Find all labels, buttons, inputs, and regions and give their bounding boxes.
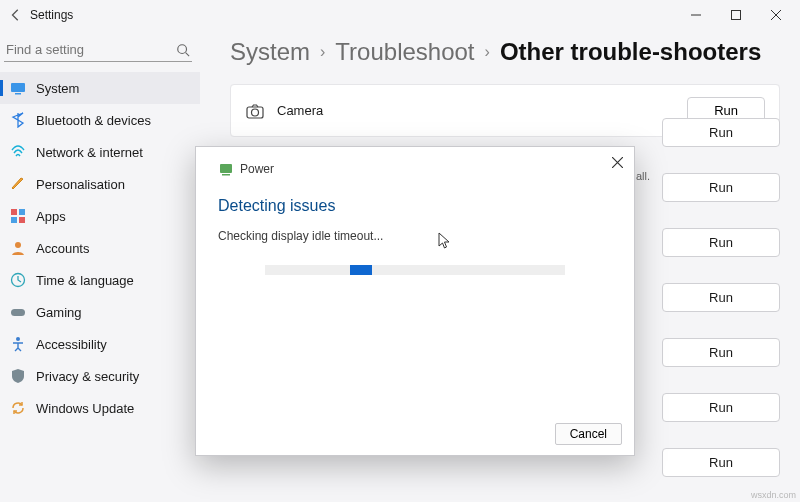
run-button[interactable]: Run <box>662 283 780 312</box>
sidebar-item-label: Windows Update <box>36 401 134 416</box>
window-close-button[interactable] <box>756 0 796 30</box>
partial-text: all. <box>636 170 650 182</box>
minimize-button[interactable] <box>676 0 716 30</box>
search-wrap[interactable] <box>4 38 192 62</box>
run-button[interactable]: Run <box>662 338 780 367</box>
sidebar-item-apps[interactable]: Apps <box>0 200 200 232</box>
sidebar-item-accounts[interactable]: Accounts <box>0 232 200 264</box>
shield-icon <box>10 368 26 384</box>
svg-point-13 <box>16 337 20 341</box>
camera-icon <box>245 101 265 121</box>
troubleshooter-name: Camera <box>277 103 323 118</box>
sidebar-item-system[interactable]: System <box>0 72 200 104</box>
search-input[interactable] <box>6 42 176 57</box>
breadcrumb: System › Troubleshoot › Other trouble-sh… <box>230 38 780 66</box>
run-button[interactable]: Run <box>662 173 780 202</box>
dialog-close-button[interactable] <box>608 153 626 171</box>
dialog-status-text: Checking display idle timeout... <box>218 229 612 243</box>
system-icon <box>10 80 26 96</box>
sidebar-item-label: System <box>36 81 79 96</box>
sidebar-item-bluetooth[interactable]: Bluetooth & devices <box>0 104 200 136</box>
extra-run-buttons: Run Run Run Run Run Run Run <box>662 118 780 477</box>
troubleshooter-dialog: Power Detecting issues Checking display … <box>195 146 635 456</box>
sidebar-item-time-language[interactable]: Time & language <box>0 264 200 296</box>
svg-point-2 <box>178 44 187 53</box>
sidebar-item-label: Accounts <box>36 241 89 256</box>
svg-rect-8 <box>11 217 17 223</box>
svg-rect-9 <box>19 217 25 223</box>
sidebar-item-label: Bluetooth & devices <box>36 113 151 128</box>
sidebar-item-label: Time & language <box>36 273 134 288</box>
sidebar-item-accessibility[interactable]: Accessibility <box>0 328 200 360</box>
network-icon <box>10 144 26 160</box>
bluetooth-icon <box>10 112 26 128</box>
svg-rect-4 <box>11 83 25 92</box>
sidebar-item-network[interactable]: Network & internet <box>0 136 200 168</box>
sidebar: System Bluetooth & devices Network & int… <box>0 30 200 502</box>
sidebar-item-personalisation[interactable]: Personalisation <box>0 168 200 200</box>
time-icon <box>10 272 26 288</box>
sidebar-item-gaming[interactable]: Gaming <box>0 296 200 328</box>
svg-rect-5 <box>15 93 21 95</box>
svg-point-15 <box>252 109 259 116</box>
progress-indicator <box>350 265 372 275</box>
dialog-heading: Detecting issues <box>218 197 612 215</box>
sidebar-item-label: Network & internet <box>36 145 143 160</box>
svg-rect-12 <box>11 309 25 316</box>
sidebar-item-label: Gaming <box>36 305 82 320</box>
run-button[interactable]: Run <box>662 448 780 477</box>
run-button[interactable]: Run <box>662 118 780 147</box>
update-icon <box>10 400 26 416</box>
cancel-button[interactable]: Cancel <box>555 423 622 445</box>
titlebar: Settings <box>0 0 800 30</box>
sidebar-item-label: Apps <box>36 209 66 224</box>
dialog-name: Power <box>240 162 274 176</box>
power-icon <box>218 161 234 177</box>
chevron-right-icon: › <box>485 43 490 61</box>
accounts-icon <box>10 240 26 256</box>
crumb-system[interactable]: System <box>230 38 310 66</box>
paint-icon <box>10 176 26 192</box>
sidebar-item-label: Personalisation <box>36 177 125 192</box>
svg-rect-16 <box>220 164 232 173</box>
svg-rect-7 <box>19 209 25 215</box>
svg-rect-6 <box>11 209 17 215</box>
back-icon[interactable] <box>8 7 24 23</box>
search-icon <box>176 43 190 57</box>
gaming-icon <box>10 304 26 320</box>
sidebar-item-label: Accessibility <box>36 337 107 352</box>
chevron-right-icon: › <box>320 43 325 61</box>
svg-rect-17 <box>222 174 230 176</box>
accessibility-icon <box>10 336 26 352</box>
maximize-button[interactable] <box>716 0 756 30</box>
crumb-troubleshoot[interactable]: Troubleshoot <box>335 38 474 66</box>
sidebar-item-label: Privacy & security <box>36 369 139 384</box>
window-title: Settings <box>30 8 73 22</box>
run-button[interactable]: Run <box>662 228 780 257</box>
svg-rect-1 <box>732 11 741 20</box>
progress-bar <box>265 265 565 275</box>
sidebar-item-privacy[interactable]: Privacy & security <box>0 360 200 392</box>
svg-point-10 <box>15 242 21 248</box>
crumb-current: Other trouble-shooters <box>500 38 761 66</box>
svg-line-3 <box>186 52 190 56</box>
run-button[interactable]: Run <box>662 393 780 422</box>
watermark: wsxdn.com <box>751 490 796 500</box>
sidebar-item-windows-update[interactable]: Windows Update <box>0 392 200 424</box>
apps-icon <box>10 208 26 224</box>
